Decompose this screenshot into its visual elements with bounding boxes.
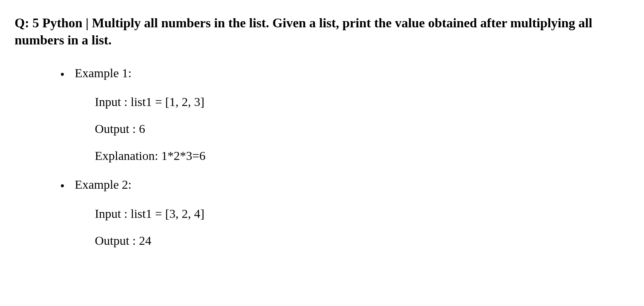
example-item: Example 2: Input : list1 = [3, 2, 4] Out… [69, 177, 629, 249]
example-line: Input : list1 = [3, 2, 4] [95, 206, 629, 222]
question-heading: Q: 5 Python | Multiply all numbers in th… [15, 15, 629, 49]
example-body: Input : list1 = [3, 2, 4] Output : 24 [75, 206, 629, 249]
example-line: Output : 6 [95, 121, 629, 137]
example-item: Example 1: Input : list1 = [1, 2, 3] Out… [69, 65, 629, 164]
example-line: Explanation: 1*2*3=6 [95, 148, 629, 164]
example-body: Input : list1 = [1, 2, 3] Output : 6 Exp… [75, 94, 629, 164]
examples-list: Example 1: Input : list1 = [1, 2, 3] Out… [15, 65, 629, 249]
example-line: Input : list1 = [1, 2, 3] [95, 94, 629, 110]
example-line: Output : 24 [95, 233, 629, 249]
example-label: Example 2: [75, 177, 629, 193]
example-label: Example 1: [75, 65, 629, 81]
